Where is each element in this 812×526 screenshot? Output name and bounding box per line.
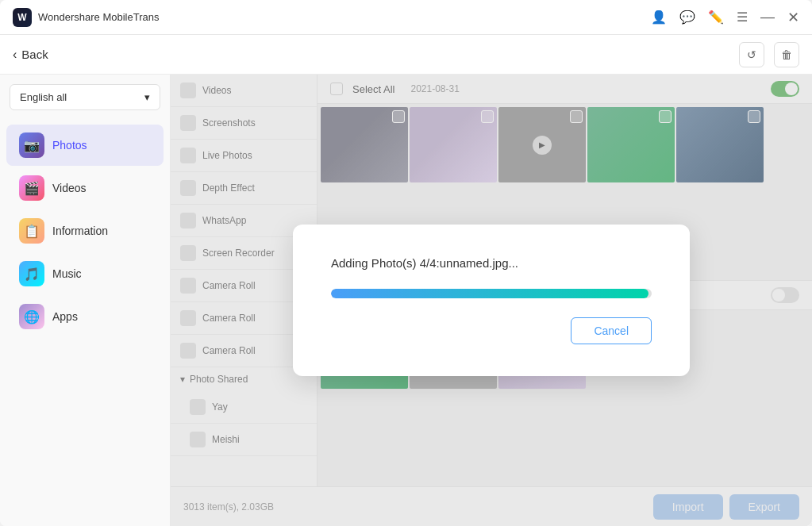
sidebar-item-label-videos: Videos	[52, 182, 87, 194]
sidebar-item-label-apps: Apps	[52, 310, 78, 323]
sidebar-nav: 📷 Photos 🎬 Videos 📋 Information 🎵 Music …	[0, 120, 170, 526]
chevron-down-icon: ▾	[144, 91, 150, 103]
cancel-button[interactable]: Cancel	[571, 317, 652, 344]
refresh-button[interactable]: ↺	[739, 42, 764, 67]
app-window: W Wondershare MobileTrans 👤 💬 ✏️ ☰ — ✕ ‹…	[0, 0, 812, 526]
progress-message: Adding Photo(s) 4/4:unnamed.jpg...	[331, 256, 652, 270]
app-title: Wondershare MobileTrans	[38, 11, 159, 23]
title-bar-left: W Wondershare MobileTrans	[13, 8, 159, 27]
photos-icon: 📷	[19, 132, 44, 158]
close-icon[interactable]: ✕	[787, 9, 799, 26]
back-button[interactable]: ‹ Back	[13, 48, 48, 62]
sidebar: English all ▾ 📷 Photos 🎬 Videos 📋 Inform…	[0, 75, 171, 526]
sidebar-item-apps[interactable]: 🌐 Apps	[6, 296, 164, 337]
title-bar: W Wondershare MobileTrans 👤 💬 ✏️ ☰ — ✕	[0, 0, 812, 35]
content-area: Videos Screenshots Live Photos Depth Eff…	[171, 75, 812, 526]
music-icon: 🎵	[19, 261, 44, 286]
sidebar-item-music[interactable]: 🎵 Music	[6, 253, 164, 294]
menu-icon[interactable]: ☰	[737, 10, 748, 25]
sidebar-item-label-photos: Photos	[52, 139, 87, 152]
progress-bar-fill	[331, 289, 648, 298]
progress-overlay: Adding Photo(s) 4/4:unnamed.jpg... Cance…	[171, 75, 812, 526]
information-icon: 📋	[19, 218, 44, 244]
back-arrow-icon: ‹	[13, 48, 17, 62]
account-icon[interactable]: 👤	[651, 10, 667, 25]
dialog-actions: Cancel	[331, 317, 652, 344]
sidebar-item-label-information: Information	[52, 225, 108, 237]
sub-header: ‹ Back ↺ 🗑	[0, 35, 812, 75]
language-dropdown[interactable]: English all ▾	[10, 84, 160, 110]
sidebar-item-information[interactable]: 📋 Information	[6, 210, 164, 251]
sidebar-item-videos[interactable]: 🎬 Videos	[6, 167, 164, 209]
delete-button[interactable]: 🗑	[774, 42, 799, 67]
sidebar-item-photos[interactable]: 📷 Photos	[6, 125, 164, 166]
app-icon: W	[13, 8, 32, 27]
progress-bar-track	[331, 289, 652, 298]
edit-icon[interactable]: ✏️	[708, 10, 724, 25]
progress-dialog: Adding Photo(s) 4/4:unnamed.jpg... Cance…	[293, 225, 690, 376]
sub-header-actions: ↺ 🗑	[739, 42, 799, 67]
videos-icon: 🎬	[19, 175, 44, 201]
back-label: Back	[21, 48, 48, 61]
apps-icon: 🌐	[19, 304, 44, 329]
minimize-icon[interactable]: —	[760, 9, 775, 25]
sidebar-item-label-music: Music	[52, 267, 82, 280]
chat-icon[interactable]: 💬	[679, 10, 695, 25]
main-layout: English all ▾ 📷 Photos 🎬 Videos 📋 Inform…	[0, 75, 812, 526]
title-bar-controls: 👤 💬 ✏️ ☰ — ✕	[651, 9, 799, 26]
dropdown-label: English all	[20, 91, 67, 103]
